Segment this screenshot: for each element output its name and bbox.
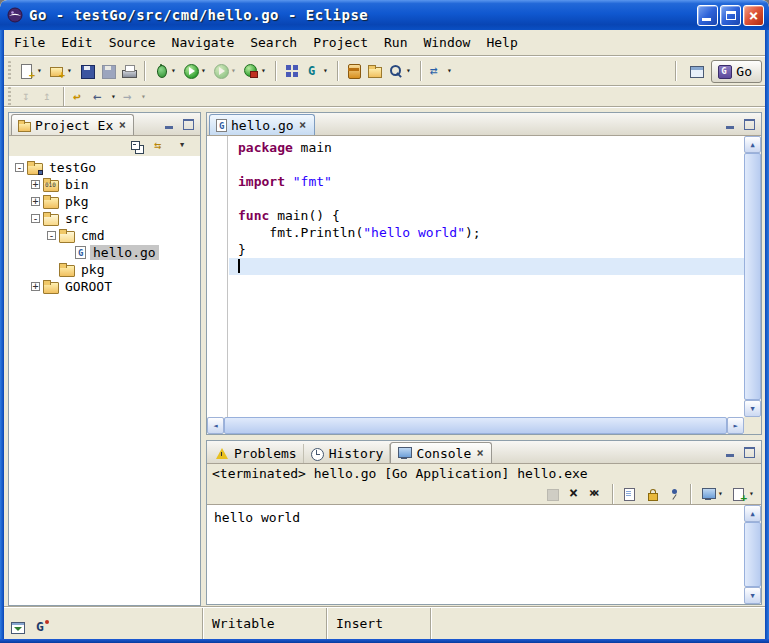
title-bar[interactable]: Go - testGo/src/cmd/hello.go - Eclipse	[0, 0, 769, 30]
menu-item-run[interactable]: Run	[376, 32, 415, 53]
editor-vertical-scrollbar[interactable]	[744, 136, 761, 417]
remove-all-launches-button[interactable]	[586, 482, 606, 506]
dropdown-arrow-icon[interactable]	[109, 92, 118, 102]
close-button[interactable]	[743, 5, 764, 26]
team-sync-button[interactable]	[427, 59, 456, 83]
remove-launch-button[interactable]	[564, 482, 584, 506]
run-button[interactable]	[181, 59, 210, 83]
debug-button[interactable]	[151, 59, 180, 83]
tree-item-bin[interactable]: +010bin	[9, 176, 200, 193]
tree-item-goroot[interactable]: +GOROOT	[9, 278, 200, 295]
menu-item-navigate[interactable]: Navigate	[164, 32, 243, 53]
console-vertical-scrollbar[interactable]	[744, 505, 761, 604]
scroll-left-button[interactable]	[207, 417, 224, 434]
maximize-view-button[interactable]	[741, 116, 758, 132]
scroll-down-button[interactable]	[744, 587, 761, 604]
toolbar-grip[interactable]	[8, 87, 11, 107]
link-with-editor-button[interactable]	[151, 134, 171, 158]
maximize-button[interactable]	[720, 5, 741, 26]
tree-item-testgo[interactable]: -testGo	[9, 159, 200, 176]
tree-item-pkg[interactable]: pkg	[9, 261, 200, 278]
next-annotation-button[interactable]	[17, 88, 37, 106]
view-menu-button[interactable]	[175, 134, 195, 158]
annotation-ruler[interactable]	[207, 136, 228, 417]
menu-item-window[interactable]: Window	[415, 32, 478, 53]
code-editor[interactable]: package mainimport "fmt"func main() { fm…	[229, 136, 744, 417]
dropdown-arrow-icon[interactable]	[747, 489, 756, 499]
last-edit-location-button[interactable]	[70, 88, 90, 106]
open-perspective-button[interactable]	[686, 59, 706, 83]
minimize-view-button[interactable]	[160, 116, 177, 132]
dropdown-arrow-icon[interactable]	[404, 66, 413, 76]
minimize-button[interactable]	[697, 5, 718, 26]
collapse-icon[interactable]: -	[47, 231, 56, 240]
menu-item-edit[interactable]: Edit	[53, 32, 100, 53]
save-button[interactable]	[77, 59, 97, 83]
dropdown-arrow-icon[interactable]	[445, 66, 454, 76]
console-output[interactable]: hello world	[207, 504, 761, 604]
scroll-down-button[interactable]	[744, 400, 761, 417]
close-icon[interactable]	[475, 447, 485, 459]
new-go-element-button[interactable]	[47, 59, 76, 83]
tree-item-hello-go[interactable]: Ghello.go	[9, 244, 200, 261]
tab-project-explorer[interactable]: Project Ex	[11, 114, 134, 135]
new-wizard-button[interactable]	[17, 59, 46, 83]
dropdown-arrow-icon[interactable]	[65, 66, 74, 76]
forward-button[interactable]	[121, 88, 150, 106]
pin-console-button[interactable]	[664, 482, 684, 506]
scroll-up-button[interactable]	[744, 136, 761, 153]
maximize-view-button[interactable]	[180, 116, 197, 132]
maximize-view-button[interactable]	[741, 444, 758, 460]
collapse-icon[interactable]: -	[31, 214, 40, 223]
collapse-icon[interactable]: -	[15, 163, 24, 172]
open-console-button[interactable]	[729, 482, 758, 506]
go-perspective-button[interactable]: Go	[711, 60, 762, 83]
editor-horizontal-scrollbar[interactable]	[207, 417, 744, 434]
back-button[interactable]	[91, 88, 120, 106]
menu-item-file[interactable]: File	[6, 32, 53, 53]
scrollbar-thumb[interactable]	[744, 522, 761, 587]
toolbar-grip[interactable]	[8, 61, 11, 81]
go-perspective-grid-button[interactable]	[282, 59, 302, 83]
save-all-button[interactable]	[98, 59, 118, 83]
close-icon[interactable]	[298, 119, 308, 131]
dropdown-arrow-icon[interactable]	[259, 66, 268, 76]
terminate-button[interactable]	[542, 482, 562, 506]
print-button[interactable]	[119, 59, 139, 83]
menu-item-help[interactable]: Help	[478, 32, 525, 53]
scroll-right-button[interactable]	[727, 417, 744, 434]
expand-icon[interactable]: +	[31, 282, 40, 291]
search-button[interactable]	[386, 59, 415, 83]
close-icon[interactable]	[117, 119, 127, 131]
scroll-lock-button[interactable]	[642, 482, 662, 506]
tree-item-src[interactable]: -src	[9, 210, 200, 227]
external-tools-button[interactable]	[241, 59, 270, 83]
collapse-all-button[interactable]	[127, 134, 147, 158]
tab-history[interactable]: History	[304, 444, 391, 463]
scroll-up-button[interactable]	[744, 505, 761, 522]
new-go-wizard-button[interactable]	[303, 59, 332, 83]
expand-icon[interactable]: +	[31, 180, 40, 189]
run-history-button[interactable]	[211, 59, 240, 83]
dropdown-arrow-icon[interactable]	[139, 92, 148, 102]
dropdown-arrow-icon[interactable]	[35, 66, 44, 76]
tree-item-pkg[interactable]: +pkg	[9, 193, 200, 210]
open-resource-button[interactable]	[344, 59, 364, 83]
tab-problems[interactable]: Problems	[209, 444, 304, 463]
dropdown-arrow-icon[interactable]	[199, 66, 208, 76]
menu-item-search[interactable]: Search	[242, 32, 305, 53]
tree-item-cmd[interactable]: -cmd	[9, 227, 200, 244]
prev-annotation-button[interactable]	[38, 88, 58, 106]
dropdown-arrow-icon[interactable]	[716, 489, 725, 499]
expand-icon[interactable]: +	[31, 197, 40, 206]
open-folder-button[interactable]	[365, 59, 385, 83]
menu-item-source[interactable]: Source	[101, 32, 164, 53]
menu-item-project[interactable]: Project	[305, 32, 376, 53]
project-tree[interactable]: -testGo+010bin+pkg-src-cmdGhello.gopkg+G…	[9, 156, 200, 605]
dropdown-arrow-icon[interactable]	[321, 66, 330, 76]
dropdown-arrow-icon[interactable]	[229, 66, 238, 76]
minimize-view-button[interactable]	[721, 116, 738, 132]
fast-view-icon[interactable]	[9, 618, 27, 636]
minimize-view-button[interactable]	[721, 444, 738, 460]
scrollbar-thumb[interactable]	[224, 417, 727, 434]
